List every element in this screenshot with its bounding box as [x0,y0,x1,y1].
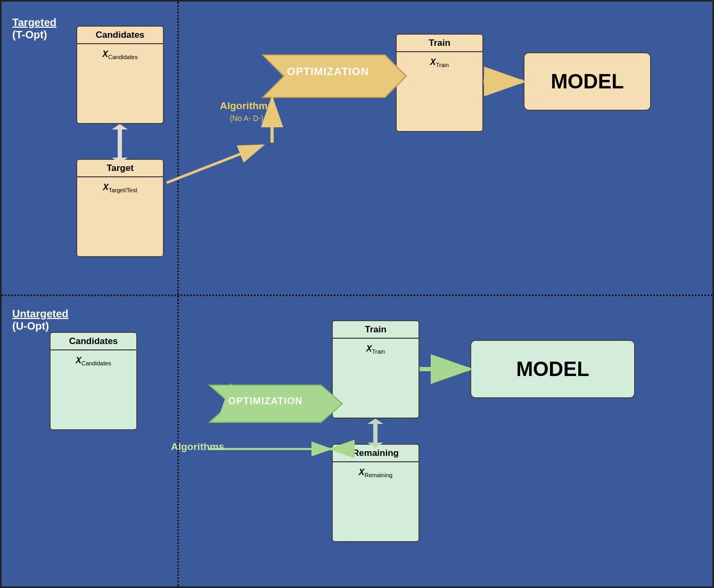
top-train-header: Train [397,35,482,52]
vertical-divider [177,2,179,586]
bottom-model-box: MODEL [470,340,635,398]
top-target-body: XTarget/Test [77,177,163,199]
top-candidates-header: Candidates [77,27,163,44]
bottom-remaining-box: Remaining XRemaining [332,444,420,542]
bottom-train-header: Train [333,321,418,339]
top-target-header: Target [77,160,163,177]
top-model-box: MODEL [523,52,651,111]
svg-marker-18 [367,419,383,424]
top-train-body: XTrain [397,52,482,74]
bottom-candidates-box: Candidates XCandidates [50,332,137,430]
top-optimization-label: OPTIMIZATION [272,66,384,78]
top-target-box: Target XTarget/Test [76,159,164,257]
main-container: Targeted (T-Opt) Untargeted (U-Opt) Cand… [0,0,714,588]
top-candidates-box: Candidates XCandidates [76,26,164,124]
bottom-train-box: Train XTrain [332,320,420,419]
bottom-candidates-body: XCandidates [51,350,136,372]
bottom-train-body: XTrain [333,339,418,360]
bottom-algorithms-label: Algorithms [171,441,224,453]
svg-line-13 [167,145,262,183]
top-algorithms-label: Algorithms (No A- D-) [220,100,273,124]
untargeted-label: Untargeted (U-Opt) [12,308,69,332]
top-train-box: Train XTrain [396,34,483,132]
bottom-remaining-body: XRemaining [333,462,418,484]
bottom-optimization-label: OPTIMIZATION [211,396,320,407]
svg-marker-10 [112,124,128,129]
targeted-label: Targeted (T-Opt) [12,17,56,41]
bottom-remaining-header: Remaining [333,445,418,462]
top-candidates-body: XCandidates [77,44,163,66]
bottom-candidates-header: Candidates [51,333,136,350]
horizontal-divider [2,295,712,296]
